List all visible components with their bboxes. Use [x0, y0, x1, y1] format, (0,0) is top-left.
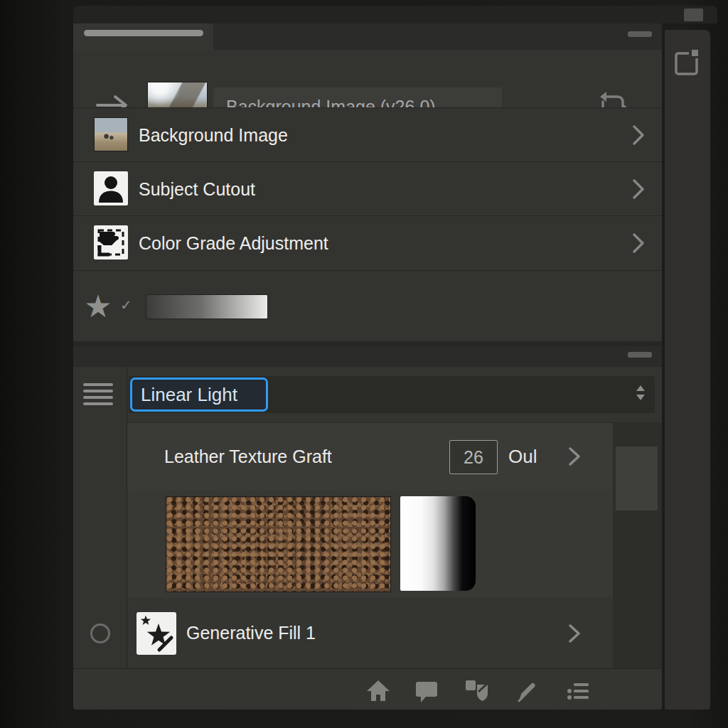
- panel2-header-strip: [73, 346, 662, 367]
- visibility-toggle-icon[interactable]: [90, 623, 110, 643]
- app-screen: Background Image (v26.0) Background Imag…: [0, 0, 728, 728]
- blend-mode-selected-value[interactable]: Linear Light: [130, 378, 268, 412]
- blend-mode-dropdown[interactable]: Linear Light: [129, 376, 655, 413]
- person-silhouette-icon: [94, 171, 128, 205]
- panel1-header-row: Background Image (v26.0): [73, 50, 662, 107]
- texture-thumbnails-row: [127, 490, 613, 597]
- chevron-right-icon: [631, 232, 646, 257]
- blend-mode-row: Linear Light: [73, 367, 662, 422]
- panel1-collapse-button[interactable]: [628, 31, 652, 37]
- mask-selection-icon: [94, 225, 128, 259]
- comment-icon[interactable]: [413, 678, 440, 707]
- mask-gradient-thumbnail[interactable]: [400, 496, 476, 591]
- footer-toolbar: [73, 668, 662, 710]
- texture-layer-row[interactable]: Leather Texture Graft 26 Oul: [127, 422, 613, 490]
- shapes-icon[interactable]: [463, 678, 490, 707]
- chevron-right-icon: [631, 178, 646, 203]
- chevron-right-icon: [567, 446, 582, 470]
- pen-icon[interactable]: [513, 678, 540, 707]
- generative-fill-icon: [136, 612, 176, 655]
- window-control-button[interactable]: [684, 9, 703, 21]
- window-top-chrome: [73, 6, 717, 23]
- layer-list-item-color-grade[interactable]: Color Grade Adjustment: [73, 215, 662, 270]
- gradient-swatch[interactable]: [146, 294, 268, 319]
- right-dock-strip: [665, 30, 710, 710]
- leather-texture-thumbnail[interactable]: [166, 496, 391, 592]
- chevron-right-icon: [567, 623, 582, 647]
- layer-list-item-subject-cutout[interactable]: Subject Cutout: [73, 161, 662, 216]
- texture-layer-label: Leather Texture Graft: [164, 423, 332, 491]
- panel1-header-strip: [213, 23, 662, 50]
- panel2-collapse-button[interactable]: [628, 352, 652, 358]
- panel-tab[interactable]: [73, 23, 213, 50]
- layer-list-item-background-image[interactable]: Background Image: [73, 107, 662, 162]
- layer-item-label: Background Image: [139, 108, 288, 162]
- check-caret-icon[interactable]: ✓: [120, 296, 132, 314]
- scrollbar-track[interactable]: [613, 422, 662, 668]
- menu-lines-icon[interactable]: [83, 383, 113, 409]
- collapse-panel-icon[interactable]: [673, 47, 702, 80]
- scrollbar-thumb[interactable]: [616, 446, 658, 510]
- layer-item-label: Color Grade Adjustment: [139, 216, 328, 270]
- generative-fill-label: Generative Fill 1: [186, 597, 316, 668]
- properties-panel: Background Image (v26.0) Background Imag…: [73, 23, 662, 710]
- favorite-gradient-row: ★ ✓: [73, 270, 662, 342]
- layer-item-label: Subject Cutout: [139, 162, 255, 216]
- texture-value-suffix: Oul: [508, 423, 537, 491]
- panel-divider: [73, 341, 662, 346]
- generative-fill-row[interactable]: Generative Fill 1: [127, 597, 613, 668]
- photo-thumbnail-icon: [94, 117, 128, 151]
- spinner-arrows-icon[interactable]: [636, 385, 646, 404]
- chevron-right-icon: [631, 124, 646, 149]
- home-icon[interactable]: [365, 678, 392, 707]
- list-icon[interactable]: [564, 678, 592, 707]
- texture-value-field[interactable]: 26: [449, 440, 498, 474]
- tab-drag-handle[interactable]: [84, 30, 203, 36]
- star-icon[interactable]: ★: [79, 288, 117, 325]
